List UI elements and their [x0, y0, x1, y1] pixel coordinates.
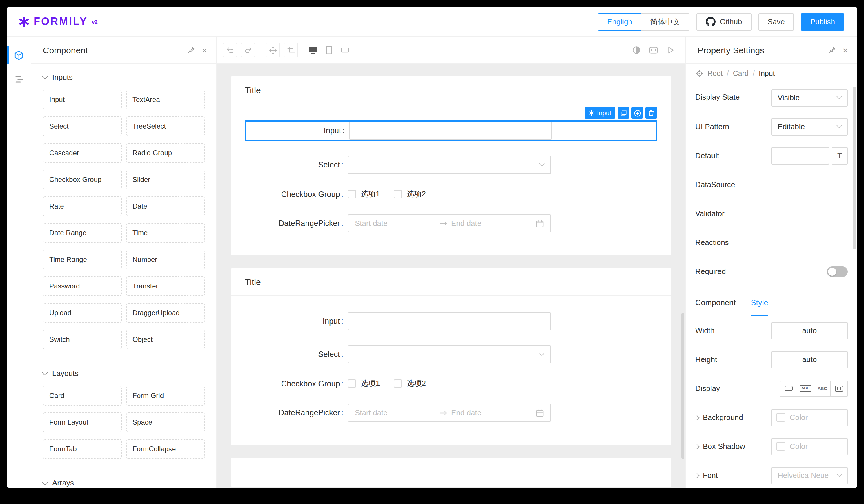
tab-style[interactable]: Style [751, 290, 768, 316]
checkbox-option-2[interactable]: 选项2 [394, 378, 425, 389]
close-panel-button[interactable]: × [842, 46, 848, 54]
breadcrumb-root[interactable]: Root [707, 70, 723, 78]
display-state-select[interactable]: Visible [771, 89, 848, 106]
checkbox-group-field[interactable]: Checkbox Group: 选项1 选项2 [245, 189, 657, 199]
input-control[interactable] [349, 122, 552, 139]
rail-outline-tab[interactable] [7, 67, 31, 91]
default-value-input[interactable] [771, 147, 829, 164]
display-flex-button[interactable] [830, 380, 848, 396]
checkbox-option-2[interactable]: 选项2 [394, 189, 425, 199]
canvas[interactable]: Title Input [217, 64, 685, 488]
ui-pattern-select[interactable]: Editable [771, 118, 848, 135]
display-block-button[interactable] [780, 380, 797, 396]
checkbox-option-1[interactable]: 选项1 [348, 189, 380, 199]
required-toggle[interactable] [827, 266, 848, 276]
component-item[interactable]: Number [126, 250, 205, 269]
width-input[interactable] [771, 322, 848, 339]
component-item[interactable]: Input [43, 90, 121, 110]
component-item[interactable]: DraggerUpload [126, 303, 205, 323]
component-item[interactable]: Checkbox Group [43, 170, 121, 189]
display-inline-block-button[interactable]: ABC [797, 380, 814, 396]
tab-component[interactable]: Component [695, 290, 736, 316]
github-button[interactable]: Github [697, 13, 752, 30]
section-arrays[interactable]: Arrays [31, 469, 216, 488]
delete-node-button[interactable] [645, 107, 657, 119]
rail-components-tab[interactable] [7, 43, 31, 67]
property-panel-scrollbar[interactable] [853, 87, 856, 249]
select-control[interactable] [348, 156, 551, 174]
pin-button[interactable] [187, 46, 195, 54]
redo-button[interactable] [241, 43, 255, 57]
component-item[interactable]: Radio Group [126, 143, 205, 163]
undo-button[interactable] [223, 43, 237, 57]
background-color-input[interactable]: Color [771, 409, 848, 426]
form-card[interactable]: Title Input [231, 76, 671, 256]
save-button[interactable]: Save [758, 13, 794, 30]
input-field[interactable]: Input: [245, 312, 657, 330]
component-item[interactable]: Upload [43, 303, 121, 323]
font-collapse[interactable]: Font [695, 471, 718, 480]
selection-button[interactable] [284, 43, 298, 57]
component-item[interactable]: Space [126, 413, 205, 432]
component-item[interactable]: Cascader [43, 143, 121, 163]
checkbox-group-field[interactable]: Checkbox Group: 选项1 选项2 [245, 378, 657, 389]
text-mode-button[interactable]: T [831, 147, 848, 164]
drag-move-button[interactable] [266, 43, 280, 57]
daterange-control[interactable]: Start date End date [348, 214, 551, 232]
selected-input-field[interactable]: Input [245, 121, 657, 141]
publish-button[interactable]: Publish [801, 13, 844, 30]
component-item[interactable]: Password [43, 276, 121, 296]
component-item[interactable]: Form Grid [126, 386, 205, 406]
language-chinese-button[interactable]: 简体中文 [641, 13, 690, 30]
input-control[interactable] [348, 312, 551, 330]
box-shadow-collapse[interactable]: Box Shadow [695, 442, 745, 451]
select-field[interactable]: Select: [245, 156, 657, 174]
select-field[interactable]: Select: [245, 345, 657, 363]
component-item[interactable]: Object [126, 330, 205, 349]
breadcrumb-card[interactable]: Card [733, 70, 748, 78]
component-item[interactable]: FormTab [43, 439, 121, 459]
component-item[interactable]: Time [126, 223, 205, 243]
component-item[interactable]: Date [126, 196, 205, 216]
component-item[interactable]: TextArea [126, 90, 205, 110]
desktop-view-button[interactable] [309, 46, 318, 54]
language-english-button[interactable]: Engligh [598, 13, 641, 30]
section-layouts[interactable]: Layouts [31, 360, 216, 385]
form-card-partial[interactable] [231, 458, 671, 487]
source-code-button[interactable] [649, 46, 658, 54]
close-panel-button[interactable]: × [202, 46, 207, 54]
copy-node-button[interactable] [617, 107, 629, 119]
component-item[interactable]: Date Range [43, 223, 121, 243]
form-card[interactable]: Title Input: Select: [231, 268, 671, 445]
theme-button[interactable] [632, 46, 641, 54]
component-item[interactable]: Select [43, 116, 121, 136]
add-node-button[interactable] [632, 107, 643, 119]
selected-node-chip[interactable]: Input [584, 107, 615, 119]
pin-button[interactable] [828, 46, 836, 54]
daterange-field[interactable]: DateRangePicker: Start date End date [245, 214, 657, 232]
component-item[interactable]: FormCollapse [126, 439, 205, 459]
background-collapse[interactable]: Background [695, 413, 743, 422]
mobile-view-button[interactable] [340, 46, 350, 54]
checkbox-option-1[interactable]: 选项1 [348, 378, 380, 389]
component-item[interactable]: Card [43, 386, 121, 406]
box-shadow-color-input[interactable]: Color [771, 438, 848, 455]
component-item[interactable]: Rate [43, 196, 121, 216]
component-item[interactable]: TreeSelect [126, 116, 205, 136]
select-control[interactable] [348, 345, 551, 363]
font-family-select[interactable]: Helvetica Neue [771, 467, 848, 484]
tablet-view-button[interactable] [325, 46, 333, 54]
display-inline-button[interactable]: ABC [814, 380, 831, 396]
canvas-scrollbar[interactable] [681, 313, 684, 459]
component-item[interactable]: Transfer [126, 276, 205, 296]
breadcrumb-input[interactable]: Input [759, 70, 775, 78]
preview-run-button[interactable] [666, 46, 675, 54]
component-item[interactable]: Switch [43, 330, 121, 349]
height-input[interactable] [771, 351, 848, 368]
component-item[interactable]: Slider [126, 170, 205, 189]
section-inputs[interactable]: Inputs [31, 64, 216, 89]
component-item[interactable]: Form Layout [43, 413, 121, 432]
daterange-control[interactable]: Start date End date [348, 404, 551, 422]
daterange-field[interactable]: DateRangePicker: Start date End date [245, 404, 657, 422]
component-item[interactable]: Time Range [43, 250, 121, 269]
